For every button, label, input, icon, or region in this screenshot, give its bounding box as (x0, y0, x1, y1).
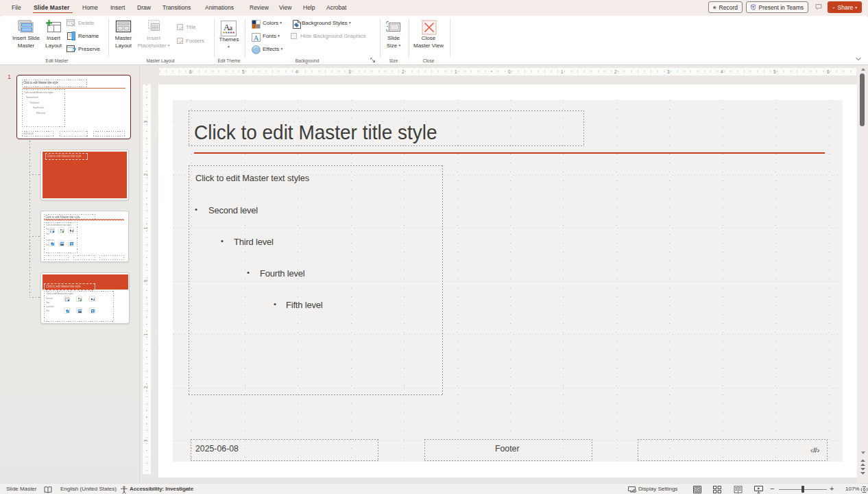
svg-text:a: a (230, 24, 233, 32)
svg-text:A: A (254, 34, 259, 41)
